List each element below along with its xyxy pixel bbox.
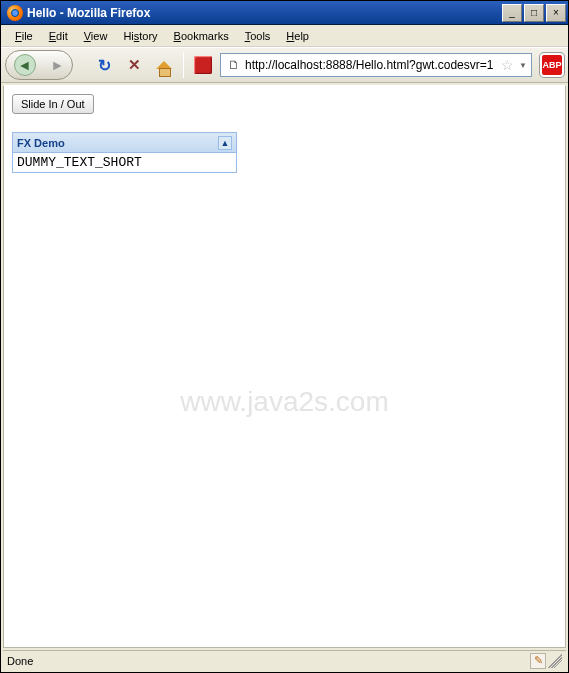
panel-body: DUMMY_TEXT_SHORT: [13, 153, 236, 172]
menu-history[interactable]: History: [115, 28, 165, 44]
url-dropdown-icon[interactable]: ▼: [519, 61, 527, 70]
stop-button[interactable]: ✕: [121, 52, 147, 78]
toolbar-separator: [183, 52, 184, 78]
statusbar: Done ✎: [3, 650, 566, 670]
nav-back-forward[interactable]: ◄ ►: [5, 50, 73, 80]
bookmark-star-icon[interactable]: ☆: [501, 57, 514, 73]
forward-icon[interactable]: ►: [51, 58, 65, 72]
favicon-icon: 🗋: [226, 57, 242, 73]
reload-button[interactable]: ↻: [91, 52, 117, 78]
home-button[interactable]: [151, 52, 177, 78]
chevron-up-icon: ▲: [221, 138, 230, 148]
maximize-button[interactable]: □: [524, 4, 544, 22]
back-icon[interactable]: ◄: [14, 54, 36, 76]
site-icon: [194, 56, 212, 74]
url-bar[interactable]: 🗋 http://localhost:8888/Hello.html?gwt.c…: [220, 53, 532, 77]
menubar: File Edit View History Bookmarks Tools H…: [1, 25, 568, 47]
menu-view[interactable]: View: [76, 28, 116, 44]
toolbar: ◄ ► ↻ ✕ 🗋 http://localhost:8888/Hello.ht…: [1, 47, 568, 83]
slide-in-out-button[interactable]: Slide In / Out: [12, 94, 94, 114]
status-text: Done: [7, 655, 33, 667]
titlebar: Hello - Mozilla Firefox _ □ ×: [1, 1, 568, 25]
site-button[interactable]: [190, 52, 216, 78]
abp-button[interactable]: ABP: [540, 53, 564, 77]
status-tool-icon[interactable]: ✎: [530, 653, 546, 669]
menu-bookmarks[interactable]: Bookmarks: [166, 28, 237, 44]
home-icon: [156, 61, 172, 69]
menu-help[interactable]: Help: [278, 28, 317, 44]
reload-icon: ↻: [98, 56, 111, 75]
stop-icon: ✕: [128, 56, 141, 74]
watermark: www.java2s.com: [4, 386, 565, 418]
menu-tools[interactable]: Tools: [237, 28, 279, 44]
fx-demo-panel: FX Demo ▲ DUMMY_TEXT_SHORT: [12, 132, 237, 173]
collapse-button[interactable]: ▲: [218, 136, 232, 150]
url-text[interactable]: http://localhost:8888/Hello.html?gwt.cod…: [245, 58, 498, 72]
page-content: Slide In / Out FX Demo ▲ DUMMY_TEXT_SHOR…: [3, 85, 566, 648]
resize-grip-icon[interactable]: [548, 654, 562, 668]
menu-file[interactable]: File: [7, 28, 41, 44]
minimize-button[interactable]: _: [502, 4, 522, 22]
panel-header[interactable]: FX Demo ▲: [13, 133, 236, 153]
firefox-icon: [7, 5, 23, 21]
close-button[interactable]: ×: [546, 4, 566, 22]
menu-edit[interactable]: Edit: [41, 28, 76, 44]
panel-title: FX Demo: [17, 137, 65, 149]
window-title: Hello - Mozilla Firefox: [27, 6, 502, 20]
